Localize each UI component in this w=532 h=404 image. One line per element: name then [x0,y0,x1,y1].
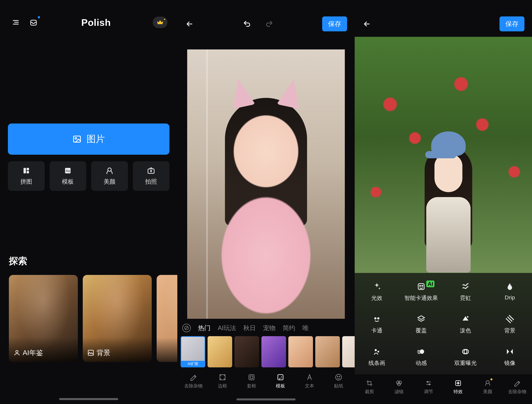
svg-point-25 [467,316,469,318]
inbox-icon[interactable] [28,16,39,28]
toolbar-text[interactable]: 文本 [295,373,324,389]
svg-point-2 [75,138,76,139]
toolbar-adjust[interactable]: 调节 [414,379,443,395]
fx-overlay[interactable]: 覆盖 [399,315,443,334]
tab-pets[interactable]: 宠物 [263,324,276,332]
explore-card-more[interactable] [157,275,177,362]
template-thumb[interactable] [234,336,259,367]
svg-rect-3 [24,168,26,173]
explore-card-ai-yearbook[interactable]: AI年鉴 [9,275,78,362]
quick-camera-label: 拍照 [145,178,157,186]
svg-point-17 [336,374,342,380]
toolbar-template[interactable]: 模板 [266,373,295,389]
tab-ai-play[interactable]: AI玩法 [218,324,236,332]
home-indicator [59,398,118,400]
effects-editor-screen: 保存 光效 AI 智能卡通效果 霓虹 [355,0,532,404]
back-button[interactable] [362,19,371,29]
quick-template-label: 模板 [62,178,74,186]
sparkle-icon: ✦ [163,18,166,21]
home-screen: Polish ✦ 图片 拼图 Aa 模板 美颜 拍照 [0,0,177,404]
effects-panel: 光效 AI 智能卡通效果 霓虹 Drip 卡通 覆盖 [355,273,532,375]
template-thumb[interactable] [315,336,340,367]
menu-icon[interactable] [10,16,22,28]
svg-point-26 [375,349,377,351]
template-thumb[interactable] [208,336,232,367]
svg-point-22 [422,285,423,286]
template-category-tabs: 热门 AI玩法 秋日 宠物 简约 唯 [177,319,355,334]
svg-rect-16 [278,375,283,380]
svg-point-24 [377,317,380,320]
tab-autumn[interactable]: 秋日 [243,324,256,332]
toolbar-border[interactable]: 边框 [208,373,237,389]
explore-card-label: AI年鉴 [23,348,43,357]
svg-point-27 [378,351,379,353]
svg-rect-1 [74,136,81,142]
fx-neon[interactable]: 霓虹 [443,282,488,302]
svg-point-23 [374,317,376,320]
fx-smart-cartoon[interactable]: AI 智能卡通效果 [399,282,443,302]
template-thumb[interactable] [261,336,286,367]
svg-point-19 [339,376,340,377]
toolbar-frame[interactable]: 套框 [237,373,266,389]
template-editor-screen: 保存 rjshe.com 热门 AI玩法 秋日 宠物 简约 唯 AI扩图 去 [177,0,355,404]
open-image-button[interactable]: 图片 [8,123,170,155]
template-thumb-selected[interactable]: AI扩图 [181,336,205,367]
toolbar-remove[interactable]: 去除杂物 [179,373,208,389]
svg-rect-15 [250,376,253,378]
svg-point-18 [337,376,338,377]
new-dot [490,378,492,380]
undo-button[interactable] [242,19,252,29]
tab-hot[interactable]: 热门 [198,324,210,332]
tab-simple[interactable]: 简约 [283,324,295,332]
notification-dot [38,16,40,18]
ai-badge: AI [426,281,434,287]
fx-sketch[interactable]: 线条画 [355,347,399,367]
svg-point-8 [108,168,111,171]
fx-motion[interactable]: 动感 [399,347,443,367]
toolbar-remove[interactable]: 去除杂物 [502,379,532,395]
editor-bottom-toolbar: 去除杂物 边框 套框 模板 文本 贴纸 [177,369,355,391]
svg-rect-5 [27,171,29,173]
template-thumb[interactable] [288,336,313,367]
svg-point-28 [420,349,424,354]
toolbar-effects[interactable]: 特效 [443,379,473,395]
quick-camera-button[interactable]: 拍照 [133,161,170,191]
toolbar-sticker[interactable]: 贴纸 [324,373,353,389]
fx-double-exposure[interactable]: 双重曝光 [443,347,488,367]
explore-row[interactable]: AI年鉴 背景 [9,275,177,362]
explore-card-label: 背景 [96,348,110,357]
explore-card-background[interactable]: 背景 [83,275,152,362]
redo-button[interactable] [265,19,274,29]
explore-heading: 探索 [9,255,168,267]
svg-text:Aa: Aa [66,169,70,173]
template-badge: AI扩图 [181,361,205,367]
fx-drip[interactable]: Drip [488,282,532,302]
svg-rect-4 [27,168,29,170]
svg-rect-14 [249,375,254,380]
quick-template-button[interactable]: Aa 模板 [50,161,86,191]
fx-light[interactable]: 光效 [355,282,399,302]
fx-splash[interactable]: 泼色 [443,315,488,334]
home-indicator [236,398,296,400]
quick-beauty-label: 美颜 [104,178,115,186]
open-image-label: 图片 [87,133,105,145]
fx-background[interactable]: 背景 [488,315,532,334]
fx-mirror[interactable]: 镜像 [488,347,532,367]
premium-crown-badge[interactable]: ✦ [153,17,167,28]
editor-bottom-toolbar: 裁剪 滤镜 调节 特效 美颜 去除杂物 [355,375,532,404]
svg-point-37 [486,381,489,384]
toolbar-filter[interactable]: 滤镜 [384,379,414,395]
tab-none[interactable] [182,324,191,332]
save-button[interactable]: 保存 [500,16,525,31]
template-thumb[interactable] [342,336,355,367]
save-button[interactable]: 保存 [322,16,347,31]
tab-more[interactable]: 唯 [303,324,309,332]
back-button[interactable] [185,19,194,29]
fx-cartoon[interactable]: 卡通 [355,315,399,334]
quick-beauty-button[interactable]: 美颜 [91,161,128,191]
toolbar-beauty[interactable]: 美颜 [473,379,502,395]
template-thumbnails[interactable]: AI扩图 [177,334,355,369]
toolbar-crop[interactable]: 裁剪 [355,379,384,395]
editor-canvas[interactable]: rjshe.com [187,49,345,319]
quick-collage-button[interactable]: 拼图 [8,161,45,191]
